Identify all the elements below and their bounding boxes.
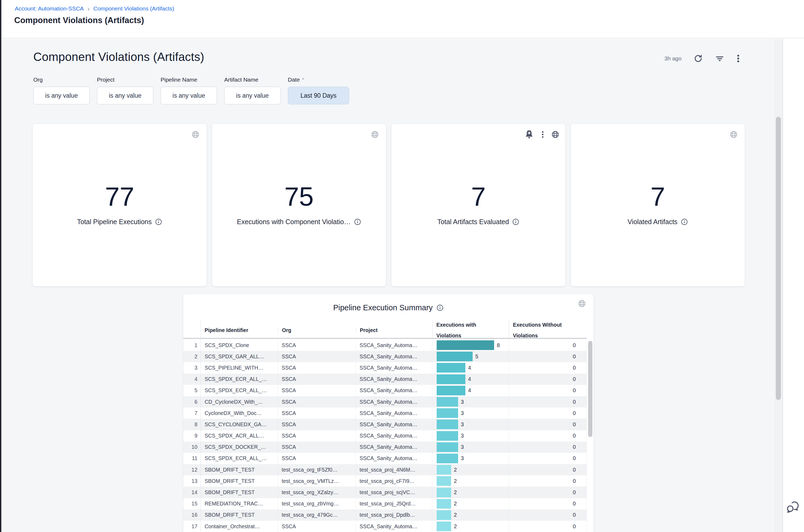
column-header-project[interactable]: Project [356, 327, 432, 334]
table-row[interactable]: 9 SCS_SPDX_ACR_ALL… SSCA SSCA_Sanity_Aut… [183, 430, 587, 441]
cell-pipeline-identifier: SBOM_DRIFT_TEST [201, 475, 278, 487]
info-icon[interactable] [155, 218, 162, 226]
filter-date-value[interactable]: Last 90 Days [288, 87, 349, 104]
cell-project: SSCA_Sanity_Automa… [356, 351, 432, 362]
globe-icon[interactable] [371, 130, 379, 138]
cell-project: test_ssca_proj_J5Qrd… [356, 498, 432, 510]
chat-help-icon[interactable] [786, 500, 800, 514]
cell-project: SSCA_Sanity_Automa… [356, 362, 432, 373]
globe-icon[interactable] [191, 130, 200, 138]
filter-icon[interactable] [715, 54, 725, 63]
violations-bar[interactable] [437, 363, 465, 373]
table-scrollbar-thumb[interactable] [588, 341, 592, 437]
cell-executions-with-violations: 4 [432, 385, 509, 396]
cell-project: SSCA_Sanity_Automa… [356, 453, 432, 464]
page-header: Account: Automation-SSCA › Component Vio… [1, 0, 804, 38]
info-icon[interactable] [512, 218, 519, 226]
globe-icon[interactable] [730, 130, 738, 138]
filter-org: Org is any value [33, 76, 90, 104]
table-row[interactable]: 14 SBOM_DRIFT_TEST test_ssca_org_XZalzy…… [183, 487, 587, 498]
violations-bar[interactable] [437, 408, 458, 418]
cell-org: SSCA [278, 419, 356, 430]
cell-pipeline-identifier: SCS_SPDX_GAR_ALL… [201, 351, 278, 362]
row-index: 9 [183, 430, 201, 441]
globe-icon[interactable] [578, 300, 586, 308]
filter-project-value[interactable]: is any value [97, 87, 153, 104]
cell-pipeline-identifier: SCS_CYCLONEDX_GA… [201, 419, 278, 430]
violations-bar[interactable] [437, 340, 494, 350]
refresh-icon[interactable] [693, 54, 703, 63]
cell-org: SSCA [278, 351, 356, 362]
violations-bar[interactable] [437, 420, 458, 429]
panel-right-border [783, 39, 783, 532]
cell-executions-without-violations: 0 [509, 521, 587, 532]
cell-org: SSCA [278, 374, 356, 385]
cell-pipeline-identifier: SBOM_DRIFT_TEST [201, 487, 278, 498]
table-row[interactable]: 15 REMEDIATION_TRAC… test_ssca_org_zbVmg… [183, 498, 587, 510]
column-header-executions-with[interactable]: Executions with Violations [432, 319, 509, 341]
violations-bar[interactable] [437, 352, 473, 361]
violations-bar[interactable] [437, 454, 458, 463]
table-row[interactable]: 11 SCS_SPDX_ECR_ALL_… SSCA SSCA_Sanity_A… [183, 453, 587, 464]
violations-bar[interactable] [437, 499, 451, 509]
breadcrumb-page-link[interactable]: Component Violations (Artifacts) [93, 5, 174, 12]
column-header-pipeline[interactable]: Pipeline Identifier [201, 327, 278, 334]
violations-bar[interactable] [437, 488, 451, 497]
filter-org-value[interactable]: is any value [33, 87, 90, 104]
cell-org: SSCA [278, 340, 356, 351]
required-asterisk: * [302, 76, 304, 83]
tile-violated-artifacts: 7 Violated Artifacts [571, 124, 745, 286]
cell-project: test_ssca_proj_Dpdlb… [356, 510, 432, 521]
filter-date-label: Date* [288, 76, 349, 83]
violations-bar[interactable] [437, 375, 465, 384]
filter-pipeline-name: Pipeline Name is any value [161, 76, 217, 104]
kebab-menu-icon[interactable] [736, 54, 740, 63]
violations-bar[interactable] [437, 465, 451, 475]
table-row[interactable]: 8 SCS_CYCLONEDX_GA… SSCA SSCA_Sanity_Aut… [183, 419, 587, 430]
violations-bar-value: 2 [454, 489, 457, 495]
cell-org: test_ssca_org_tF5Zf0… [278, 464, 356, 475]
column-header-executions-without[interactable]: Executions Without Violations [509, 319, 587, 341]
table-row[interactable]: 12 SBOM_DRIFT_TEST test_ssca_org_tF5Zf0…… [183, 464, 587, 475]
alert-bell-icon[interactable] [524, 129, 534, 139]
table-row[interactable]: 13 SBOM_DRIFT_TEST test_ssca_org_VMTLz… … [183, 475, 587, 487]
table-row[interactable]: 6 CD_CycloneDX_With_… SSCA SSCA_Sanity_A… [183, 396, 587, 407]
filter-artifact-name-value[interactable]: is any value [224, 87, 281, 104]
tile-value: 7 [571, 184, 745, 209]
violations-bar[interactable] [437, 521, 451, 531]
cell-project: SSCA_Sanity_Automa… [356, 385, 432, 396]
violations-bar[interactable] [437, 442, 458, 452]
table-row[interactable]: 4 SCS_SPDX_ECR_ALL_… SSCA SSCA_Sanity_Au… [183, 374, 587, 385]
table-row[interactable]: 7 CycloneDX_With_Doc… SSCA SSCA_Sanity_A… [183, 407, 587, 419]
info-icon[interactable] [354, 218, 361, 226]
info-icon[interactable] [436, 304, 444, 311]
kebab-menu-icon[interactable] [541, 130, 544, 139]
filter-project: Project is any value [97, 76, 153, 104]
violations-bar-value: 2 [454, 467, 457, 473]
column-header-org[interactable]: Org [278, 327, 356, 334]
violations-bar[interactable] [437, 386, 465, 395]
cell-project: SSCA_Sanity_Automa… [356, 396, 432, 407]
cell-executions-without-violations: 0 [509, 430, 587, 441]
cell-executions-with-violations: 3 [432, 430, 509, 441]
table-row[interactable]: 1 SCS_SPDX_Clone SSCA SSCA_Sanity_Automa… [183, 340, 587, 351]
table-row[interactable]: 10 SCS_SPDX_DOCKER_… SSCA SSCA_Sanity_Au… [183, 441, 587, 453]
violations-bar-value: 3 [461, 410, 464, 416]
table-row[interactable]: 2 SCS_SPDX_GAR_ALL… SSCA SSCA_Sanity_Aut… [183, 351, 587, 362]
page-scrollbar-thumb[interactable] [776, 117, 781, 400]
info-icon[interactable] [681, 218, 688, 226]
violations-bar[interactable] [437, 431, 458, 441]
table-row[interactable]: 17 Container_Orchestrat… SSCA SSCA_Sanit… [183, 521, 587, 532]
violations-bar[interactable] [437, 476, 451, 486]
violations-bar[interactable] [437, 510, 451, 520]
violations-bar[interactable] [437, 397, 458, 407]
cell-executions-with-violations: 3 [432, 419, 509, 430]
table-row[interactable]: 5 SCS_SPDX_ECR_ALL_… SSCA SSCA_Sanity_Au… [183, 385, 587, 396]
globe-icon[interactable] [551, 130, 559, 138]
filter-pipeline-name-value[interactable]: is any value [161, 87, 217, 104]
table-row[interactable]: 3 SCS_PIPELINE_WITH… SSCA SSCA_Sanity_Au… [183, 362, 587, 373]
cell-pipeline-identifier: Container_Orchestrat… [201, 521, 278, 532]
table-row[interactable]: 16 SBOM_DRIFT_TEST test_ssca_org_479Gc… … [183, 510, 587, 521]
filter-artifact-name: Artifact Name is any value [224, 76, 281, 104]
breadcrumb-account-link[interactable]: Account: Automation-SSCA [15, 5, 84, 12]
